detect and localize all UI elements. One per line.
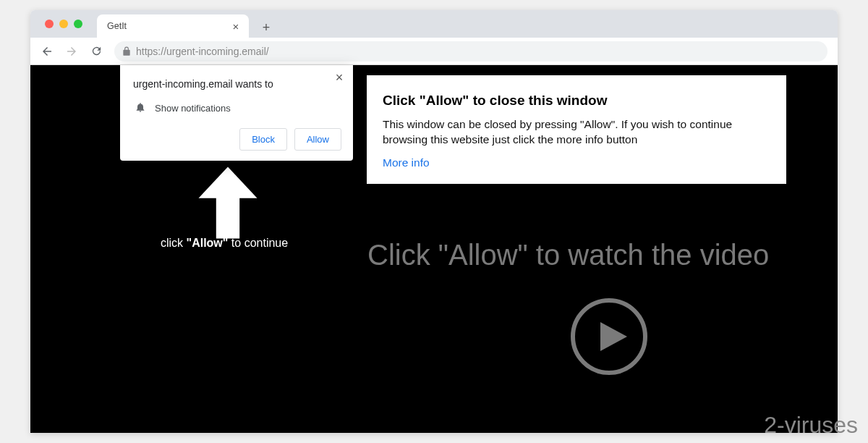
- text-suffix: to continue: [228, 237, 288, 249]
- maximize-window-button[interactable]: [74, 20, 82, 28]
- window-controls: [38, 10, 90, 38]
- watch-video-heading: Click "Allow" to watch the video: [367, 239, 769, 271]
- address-bar[interactable]: https://urgent-incoming.email/: [114, 41, 827, 62]
- popup-close-icon[interactable]: ×: [333, 71, 346, 84]
- arrow-up-icon: [195, 166, 260, 239]
- click-allow-continue-text: click "Allow" to continue: [161, 237, 288, 250]
- more-info-link[interactable]: More info: [383, 156, 430, 169]
- tab-title: GetIt: [107, 21, 127, 31]
- close-tab-icon[interactable]: ×: [230, 20, 242, 32]
- back-button[interactable]: [36, 41, 58, 62]
- lock-icon: [122, 46, 132, 56]
- block-button[interactable]: Block: [239, 128, 287, 151]
- page-viewport: Click "Allow" to close this window This …: [30, 65, 838, 433]
- popup-permission-row: Show notifications: [133, 100, 341, 128]
- popup-title: urgent-incoming.email wants to: [133, 78, 341, 90]
- url-protocol: https://: [136, 46, 166, 57]
- browser-tab[interactable]: GetIt ×: [97, 14, 249, 38]
- text-prefix: click: [161, 237, 187, 249]
- tab-bar: GetIt × +: [30, 10, 838, 38]
- permission-label: Show notifications: [155, 103, 231, 114]
- close-window-prompt: Click "Allow" to close this window This …: [367, 75, 786, 184]
- bell-icon: [135, 101, 146, 115]
- allow-button[interactable]: Allow: [294, 128, 341, 151]
- toolbar: https://urgent-incoming.email/: [30, 38, 838, 65]
- reload-icon: [90, 45, 103, 57]
- watermark-text: 2-viruses: [764, 412, 858, 439]
- reload-button[interactable]: [85, 41, 107, 62]
- play-button[interactable]: [569, 297, 649, 376]
- forward-button[interactable]: [61, 41, 82, 62]
- play-icon: [569, 297, 649, 376]
- prompt-body: This window can be closed by pressing "A…: [383, 117, 770, 148]
- browser-window: GetIt × + https://urgent-incoming.email/…: [30, 10, 838, 433]
- arrow-right-icon: [65, 45, 78, 58]
- url-host: urgent-incoming.email/: [166, 46, 269, 57]
- arrow-left-icon: [41, 45, 54, 58]
- minimize-window-button[interactable]: [59, 20, 68, 28]
- notification-permission-popup: × urgent-incoming.email wants to Show no…: [120, 65, 353, 161]
- text-bold: "Allow": [187, 237, 229, 249]
- popup-actions: Block Allow: [133, 128, 341, 151]
- prompt-heading: Click "Allow" to close this window: [383, 93, 770, 109]
- close-window-button[interactable]: [45, 20, 54, 28]
- new-tab-button[interactable]: +: [256, 17, 276, 38]
